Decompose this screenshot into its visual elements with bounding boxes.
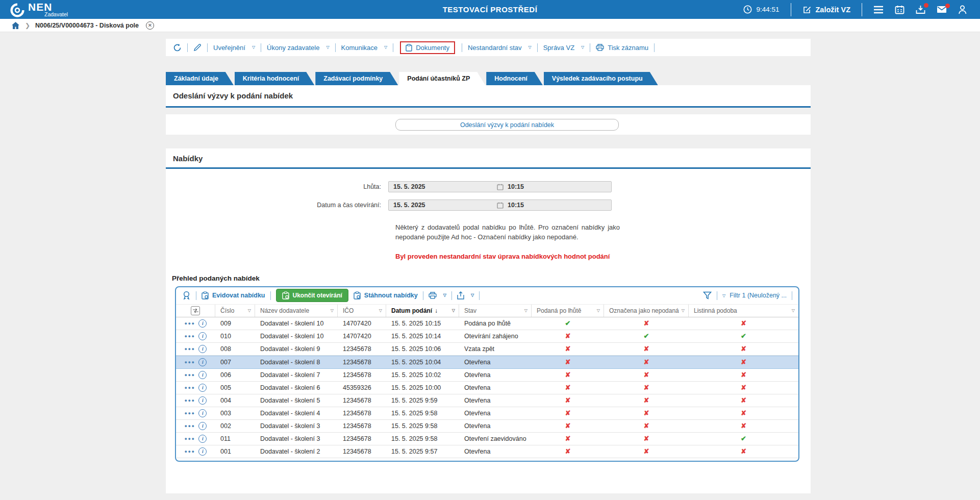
row-menu-icon[interactable]: ●●●	[185, 360, 195, 365]
table-row[interactable]: ●●● i 002 Dodavatel - školení 3 12345678…	[176, 420, 798, 433]
table-row[interactable]: ●●● i 001 Dodavatel - školení 2 12345678…	[176, 445, 798, 458]
printer-icon	[429, 292, 437, 299]
cell-stav: Otevřena	[459, 422, 532, 430]
breadcrumb-current: N006/25/V00004673 - Disková pole	[35, 22, 139, 29]
info-icon[interactable]: i	[198, 422, 207, 430]
calendar-icon	[497, 184, 504, 190]
cell-nazev-dodavatele: Dodavatel - školení 3	[255, 435, 338, 442]
toolbar-separator	[451, 291, 452, 300]
table-row[interactable]: ●●● i 010 Dodavatel - školení 10 1470742…	[176, 330, 798, 343]
create-vz-button[interactable]: Založit VZ	[802, 5, 850, 14]
filter-triangle-icon[interactable]: ▽	[379, 308, 382, 313]
toolbar-item-komunikace[interactable]: Komunikace	[341, 44, 388, 52]
edit-icon[interactable]	[193, 43, 202, 52]
column-header-datum-podani[interactable]: Datum podání↓▽	[386, 305, 459, 317]
row-menu-icon[interactable]: ●●●	[185, 449, 195, 454]
column-header-podana-po-lhute[interactable]: Podaná po lhůtě▽	[532, 305, 604, 317]
table-row[interactable]: ●●● i 007 Dodavatel - školení 8 12345678…	[176, 356, 798, 369]
info-icon[interactable]: i	[198, 447, 207, 456]
info-icon[interactable]: i	[198, 384, 207, 392]
column-settings-button[interactable]	[176, 305, 215, 317]
row-menu-icon[interactable]: ●●●	[185, 423, 195, 429]
info-icon[interactable]: i	[198, 409, 207, 417]
tab-kriteria-hodnoceni[interactable]: Kritéria hodnocení	[235, 72, 314, 85]
cell-datum-podani: 15. 5. 2025 9:59	[386, 397, 459, 404]
table-row[interactable]: ●●● i 004 Dodavatel - školení 5 12345678…	[176, 394, 798, 407]
toolbar-item-dokumenty[interactable]: Dokumenty	[400, 41, 455, 54]
toolbar-item-tisk-zaznamu[interactable]: Tisk záznamu	[596, 44, 648, 52]
table-row[interactable]: ●●● i 009 Dodavatel - školení 10 1470742…	[176, 317, 798, 330]
row-menu-icon[interactable]: ●●●	[185, 385, 195, 390]
row-menu-icon[interactable]: ●●●	[185, 411, 195, 416]
toolbar-item-ukony-zadavatele[interactable]: Úkony zadavatele	[267, 44, 330, 52]
info-icon[interactable]: i	[198, 332, 207, 340]
row-menu-icon[interactable]: ●●●	[185, 321, 195, 326]
mail-icon[interactable]	[937, 6, 947, 13]
table-row[interactable]: ●●● i 011 Dodavatel - školení 3 12345678…	[176, 433, 798, 445]
otevirani-datetime-input[interactable]: 15. 5. 2025 10:15	[388, 199, 612, 211]
info-icon[interactable]: i	[198, 435, 207, 443]
column-header-stav[interactable]: Stav▽	[459, 305, 532, 317]
tab-podani-ucastniku-zp[interactable]: Podání účastníků ZP	[399, 72, 485, 85]
column-header-oznacena-jako-nepodana[interactable]: Označena jako nepodaná▽	[604, 305, 689, 317]
export-button[interactable]	[457, 291, 474, 299]
column-header-ico[interactable]: IČO▽	[338, 305, 386, 317]
table-row[interactable]: ●●● i 008 Dodavatel - školení 9 12345678…	[176, 343, 798, 356]
info-icon[interactable]: i	[198, 319, 207, 328]
lhuta-datetime-input[interactable]: 15. 5. 2025 10:15	[388, 181, 612, 192]
odeslani-vyzvy-button[interactable]: Odeslání výzvy k podání nabídek	[395, 119, 619, 131]
menu-icon[interactable]	[873, 6, 884, 14]
row-menu-icon[interactable]: ●●●	[185, 372, 195, 378]
cell-cislo: 003	[215, 410, 255, 417]
info-icon[interactable]: i	[198, 396, 207, 405]
info-icon[interactable]: i	[198, 358, 207, 366]
filter-selector[interactable]: ▽ Filtr 1 (Neuložený ...	[722, 292, 787, 299]
cell-listinna-podoba: ✘	[689, 345, 798, 353]
evidovat-nabidku-button[interactable]: Evidovat nabídku	[202, 291, 265, 299]
column-header-cislo[interactable]: Číslo▽	[215, 305, 255, 317]
filter-funnel-icon[interactable]	[703, 291, 712, 299]
row-menu-icon[interactable]: ●●●	[185, 436, 195, 441]
filter-triangle-icon[interactable]: ▽	[597, 308, 600, 313]
nen-logo[interactable]: NEN Zadavatel	[10, 2, 68, 17]
refresh-icon[interactable]	[173, 43, 182, 52]
filter-triangle-icon[interactable]: ▽	[452, 308, 455, 313]
filter-triangle-icon[interactable]: ▽	[248, 308, 251, 313]
info-icon[interactable]: i	[198, 371, 207, 379]
home-icon[interactable]	[11, 21, 20, 30]
filter-triangle-icon[interactable]: ▽	[331, 308, 334, 313]
filter-triangle-icon[interactable]: ▽	[792, 308, 795, 313]
table-row[interactable]: ●●● i 005 Dodavatel - školení 6 45359326…	[176, 382, 798, 394]
toolbar-item-nestandardni-stav[interactable]: Nestandardní stav	[468, 44, 532, 52]
print-table-button[interactable]	[429, 292, 446, 299]
cell-ico: 12345678	[338, 435, 386, 442]
header-actions: 9:44:51 Založit VZ	[743, 3, 967, 16]
row-menu-icon[interactable]: ●●●	[185, 398, 195, 403]
stahnout-nabidky-button[interactable]: Stáhnout nabídky	[354, 291, 418, 299]
cell-listinna-podoba: ✔	[689, 435, 798, 442]
medal-icon[interactable]	[182, 291, 191, 300]
column-header-listinna-podoba[interactable]: Listinná podoba▽	[689, 305, 798, 317]
cell-stav: Otevřena	[459, 397, 532, 404]
toolbar-item-uverejneni[interactable]: Uveřejnění	[213, 44, 255, 52]
filter-triangle-icon[interactable]: ▽	[682, 308, 685, 313]
toolbar-separator	[270, 291, 271, 300]
user-icon[interactable]	[958, 5, 967, 14]
tab-zakladni-udaje[interactable]: Základní údaje	[166, 72, 234, 85]
column-header-nazev-dodavatele[interactable]: Název dodavatele▽	[255, 305, 338, 317]
table-row[interactable]: ●●● i 003 Dodavatel - školení 4 12345678…	[176, 407, 798, 420]
row-menu-icon[interactable]: ●●●	[185, 334, 195, 339]
close-icon[interactable]: ✕	[146, 21, 154, 30]
filter-triangle-icon[interactable]: ▽	[524, 308, 527, 313]
ukoncit-otevirani-button[interactable]: Ukončit otevírání	[276, 289, 348, 302]
row-menu-icon[interactable]: ●●●	[185, 346, 195, 352]
info-icon[interactable]: i	[198, 345, 207, 353]
toolbar-item-sprava-vz[interactable]: Správa VZ	[543, 44, 585, 52]
tab-zadavaci-podminky[interactable]: Zadávací podmínky	[315, 72, 398, 85]
tab-vysledek-zadavaciho-postupu[interactable]: Výsledek zadávacího postupu	[544, 72, 658, 85]
inbox-icon[interactable]	[916, 5, 925, 14]
toolbar-separator	[590, 43, 590, 52]
table-row[interactable]: ●●● i 006 Dodavatel - školení 7 12345678…	[176, 369, 798, 382]
calendar-icon[interactable]	[895, 5, 904, 14]
tab-hodnoceni[interactable]: Hodnocení	[486, 72, 543, 85]
